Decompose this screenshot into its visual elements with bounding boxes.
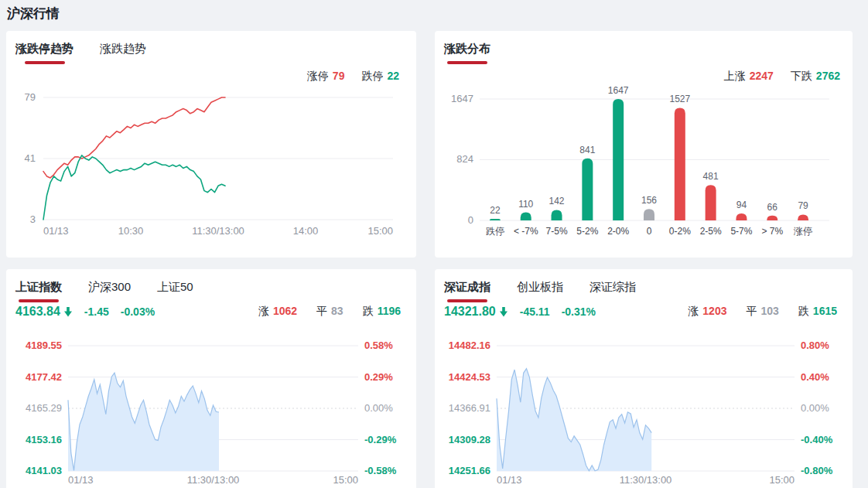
- limit-up-count: 79: [333, 70, 345, 82]
- decliners-count: 2762: [816, 70, 840, 82]
- svg-text:0.80%: 0.80%: [801, 340, 829, 351]
- tab-limit-updown-trend[interactable]: 涨跌停趋势: [15, 42, 73, 64]
- decliners-legend-item: 下跌2762: [791, 70, 840, 84]
- limit-trend-chart: 3417901/1310:3011:30/13:0014:0015:00: [6, 31, 416, 258]
- advancers-legend-item: 上涨2247: [724, 70, 774, 84]
- limit-down-legend-item: 跌停22: [361, 70, 399, 84]
- panel-limit-trend: 涨跌停趋势 涨跌趋势 涨停79 跌停22 3417901/1310:3011:3…: [6, 31, 416, 258]
- tab-chinext[interactable]: 创业板指: [517, 280, 563, 302]
- sz-flat-label: 平: [746, 305, 757, 317]
- sh-down-label: 跌: [363, 305, 374, 317]
- svg-text:14:00: 14:00: [293, 225, 319, 237]
- sz-down-label: 跌: [798, 305, 809, 317]
- svg-text:4177.42: 4177.42: [26, 371, 62, 383]
- sh-counts: 涨1062 平83 跌1196: [258, 305, 401, 319]
- sz-flat-count: 103: [760, 305, 778, 317]
- sh-index-change-pct: -0.03%: [121, 305, 155, 318]
- limit-trend-legend: 涨停79 跌停22: [307, 70, 399, 84]
- svg-text:79: 79: [25, 91, 36, 103]
- sz-flat-item: 平103: [746, 305, 778, 319]
- svg-text:142: 142: [549, 196, 565, 206]
- svg-text:4165.29: 4165.29: [26, 402, 62, 414]
- tab-szse-component[interactable]: 深证成指: [444, 280, 490, 302]
- sh-down-item: 跌1196: [363, 305, 401, 319]
- tab-updown-trend[interactable]: 涨跌趋势: [100, 42, 146, 64]
- sz-index-tabs: 深证成指 创业板指 深证综指: [444, 280, 636, 302]
- svg-text:4141.03: 4141.03: [26, 465, 62, 476]
- svg-text:14482.16: 14482.16: [449, 340, 490, 351]
- svg-text:14424.53: 14424.53: [449, 371, 490, 383]
- svg-text:15:00: 15:00: [333, 474, 358, 486]
- limit-up-legend-item: 涨停79: [307, 70, 345, 84]
- svg-text:11:30/13:00: 11:30/13:00: [187, 474, 240, 486]
- sh-index-tabs: 上证指数 沪深300 上证50: [15, 280, 193, 302]
- sz-index-change-pct: -0.31%: [562, 305, 596, 318]
- svg-text:01/13: 01/13: [43, 225, 69, 237]
- svg-text:-0.40%: -0.40%: [801, 434, 833, 445]
- svg-text:156: 156: [641, 195, 657, 206]
- sz-value-row: 14321.80 -45.11 -0.31% 涨1203 平103 跌1615: [444, 305, 837, 319]
- svg-text:01/13: 01/13: [497, 474, 522, 486]
- tab-szse-composite[interactable]: 深证综指: [589, 280, 636, 302]
- svg-text:15:00: 15:00: [769, 474, 795, 486]
- svg-text:22: 22: [490, 205, 501, 216]
- svg-text:15:00: 15:00: [367, 225, 393, 237]
- distribution-header-row: 涨跌分布: [444, 42, 490, 64]
- down-arrow-icon: [499, 307, 508, 317]
- svg-text:94: 94: [736, 200, 747, 210]
- sz-down-count: 1615: [813, 305, 837, 317]
- svg-text:5-2%: 5-2%: [576, 226, 598, 237]
- distribution-legend: 上涨2247 下跌2762: [724, 70, 840, 84]
- svg-text:7-5%: 7-5%: [546, 226, 568, 237]
- sz-down-item: 跌1615: [798, 305, 837, 319]
- svg-text:481: 481: [703, 171, 719, 182]
- svg-text:1647: 1647: [608, 85, 629, 96]
- sz-index-change: -45.11: [520, 305, 550, 318]
- svg-text:41: 41: [25, 152, 36, 164]
- tab-sse50[interactable]: 上证50: [157, 280, 193, 302]
- sh-up-label: 涨: [258, 305, 269, 317]
- tab-hs300[interactable]: 沪深300: [88, 280, 131, 302]
- panel-distribution: 涨跌分布 上涨2247 下跌2762 0824164722跌停110< -7%1…: [435, 31, 853, 258]
- panel-sh-index: 上证指数 沪深300 上证50 4163.84 -1.45 -0.03% 涨10…: [6, 269, 416, 488]
- sz-counts: 涨1203 平103 跌1615: [688, 305, 837, 319]
- svg-text:841: 841: [579, 145, 595, 155]
- svg-text:0-2%: 0-2%: [669, 226, 691, 237]
- sh-flat-count: 83: [331, 305, 343, 317]
- sz-up-item: 涨1203: [688, 305, 726, 319]
- svg-text:14366.91: 14366.91: [449, 402, 490, 414]
- svg-text:79: 79: [798, 200, 808, 211]
- advancers-label: 上涨: [724, 70, 746, 82]
- distribution-header: 涨跌分布: [444, 42, 490, 64]
- svg-text:66: 66: [767, 202, 778, 213]
- svg-text:1647: 1647: [451, 93, 473, 104]
- svg-text:14251.66: 14251.66: [449, 465, 490, 476]
- svg-text:0.00%: 0.00%: [364, 402, 393, 414]
- sh-up-item: 涨1062: [258, 305, 297, 319]
- svg-text:跌停: 跌停: [486, 226, 504, 237]
- svg-text:0.00%: 0.00%: [801, 402, 829, 414]
- sz-up-label: 涨: [688, 305, 699, 317]
- svg-text:< -7%: < -7%: [514, 226, 538, 237]
- svg-text:0: 0: [647, 226, 652, 237]
- svg-text:> 7%: > 7%: [761, 226, 783, 237]
- svg-text:14309.28: 14309.28: [449, 434, 490, 445]
- svg-text:01/13: 01/13: [68, 474, 94, 486]
- svg-text:11:30/13:00: 11:30/13:00: [192, 225, 244, 237]
- svg-text:110: 110: [518, 199, 533, 210]
- sh-flat-item: 平83: [316, 305, 343, 319]
- sh-flat-label: 平: [316, 305, 327, 317]
- panel-sz-index: 深证成指 创业板指 深证综指 14321.80 -45.11 -0.31% 涨1…: [435, 269, 853, 488]
- svg-text:1527: 1527: [669, 94, 690, 104]
- svg-text:0.40%: 0.40%: [801, 371, 829, 383]
- down-arrow-icon: [63, 307, 73, 317]
- tab-sse-composite[interactable]: 上证指数: [15, 280, 62, 302]
- page-title: 沪深行情: [7, 5, 60, 22]
- svg-text:2-0%: 2-0%: [607, 226, 629, 237]
- svg-text:10:30: 10:30: [118, 225, 144, 237]
- svg-text:824: 824: [456, 153, 473, 165]
- svg-text:涨停: 涨停: [793, 226, 812, 237]
- limit-trend-tabs: 涨跌停趋势 涨跌趋势: [15, 42, 146, 64]
- decliners-label: 下跌: [791, 70, 812, 82]
- svg-text:0.29%: 0.29%: [364, 371, 393, 383]
